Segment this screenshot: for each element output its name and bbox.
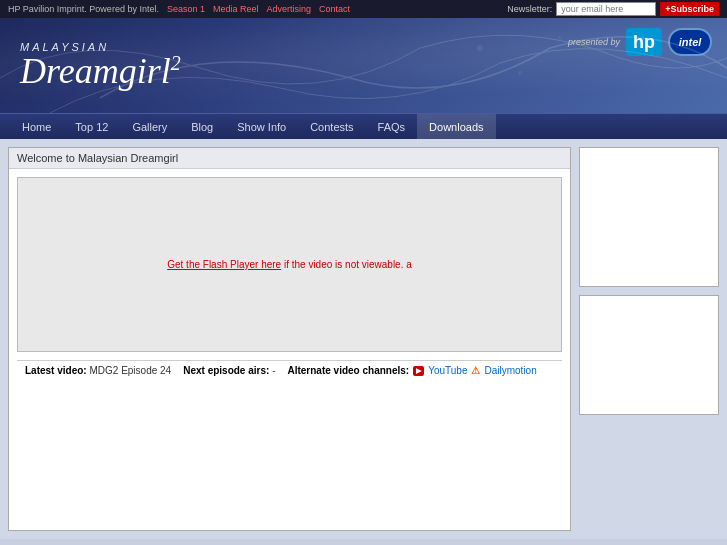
- video-container: Get the Flash Player here if the video i…: [17, 177, 562, 352]
- header: MALAYSIAN Dreamgirl2 presented by hp int…: [0, 18, 727, 113]
- welcome-bar: Welcome to Malaysian Dreamgirl: [9, 148, 570, 169]
- nav-item-home[interactable]: Home: [10, 114, 63, 139]
- flash-player-link[interactable]: Get the Flash Player here: [167, 259, 281, 270]
- youtube-icon: ▶: [413, 366, 424, 376]
- top-bar-left: HP Pavilion Imprint. Powered by Intel. S…: [8, 4, 350, 14]
- dailymotion-icon: ⚠: [471, 365, 480, 376]
- contact-link[interactable]: Contact: [319, 4, 350, 14]
- svg-point-0: [477, 45, 483, 51]
- main-content: Welcome to Malaysian Dreamgirl Get the F…: [0, 139, 727, 539]
- media-reel-link[interactable]: Media Reel: [213, 4, 259, 14]
- newsletter-input[interactable]: [556, 2, 656, 16]
- svg-point-1: [518, 71, 522, 75]
- nav-item-downloads[interactable]: Downloads: [417, 114, 495, 139]
- youtube-link[interactable]: YouTube: [428, 365, 467, 376]
- newsletter-section: Newsletter: +Subscribe: [507, 2, 719, 16]
- welcome-text: Welcome to Malaysian Dreamgirl: [17, 152, 178, 164]
- logo-area: MALAYSIAN Dreamgirl2: [0, 32, 201, 99]
- logo: MALAYSIAN Dreamgirl2: [20, 42, 181, 89]
- top-bar: HP Pavilion Imprint. Powered by Intel. S…: [0, 0, 727, 18]
- logo-dreamgirl: Dreamgirl2: [20, 53, 181, 89]
- alternate-channels: Alternate video channels: ▶ YouTube ⚠ Da…: [287, 365, 536, 376]
- nav-item-gallery[interactable]: Gallery: [120, 114, 179, 139]
- sidebar-box-1: [579, 147, 719, 287]
- subscribe-button[interactable]: +Subscribe: [660, 2, 719, 16]
- sidebar: [579, 147, 719, 531]
- nav-item-contests[interactable]: Contests: [298, 114, 365, 139]
- nav-item-top-12[interactable]: Top 12: [63, 114, 120, 139]
- next-episode-value: -: [272, 365, 275, 376]
- next-episode-label: Next episode airs: -: [183, 365, 275, 376]
- video-info: Latest video: MDG2 Episode 24 Next episo…: [17, 360, 562, 380]
- imprint-text: HP Pavilion Imprint. Powered by Intel.: [8, 4, 159, 14]
- navigation: HomeTop 12GalleryBlogShow InfoContestsFA…: [0, 113, 727, 139]
- nav-item-blog[interactable]: Blog: [179, 114, 225, 139]
- content-area: Welcome to Malaysian Dreamgirl Get the F…: [8, 147, 571, 531]
- advertising-link[interactable]: Advertising: [266, 4, 311, 14]
- newsletter-label: Newsletter:: [507, 4, 552, 14]
- latest-video-value: MDG2 Episode 24: [89, 365, 171, 376]
- latest-video-label: Latest video: MDG2 Episode 24: [25, 365, 171, 376]
- season1-link[interactable]: Season 1: [167, 4, 205, 14]
- flash-message: Get the Flash Player here if the video i…: [167, 259, 412, 270]
- nav-item-show-info[interactable]: Show Info: [225, 114, 298, 139]
- flash-suffix: if the video is not viewable. a: [284, 259, 412, 270]
- dailymotion-link[interactable]: Dailymotion: [484, 365, 536, 376]
- logo-malaysian: MALAYSIAN: [20, 42, 181, 53]
- sidebar-box-2: [579, 295, 719, 415]
- svg-point-2: [558, 36, 562, 40]
- nav-item-faqs[interactable]: FAQs: [366, 114, 418, 139]
